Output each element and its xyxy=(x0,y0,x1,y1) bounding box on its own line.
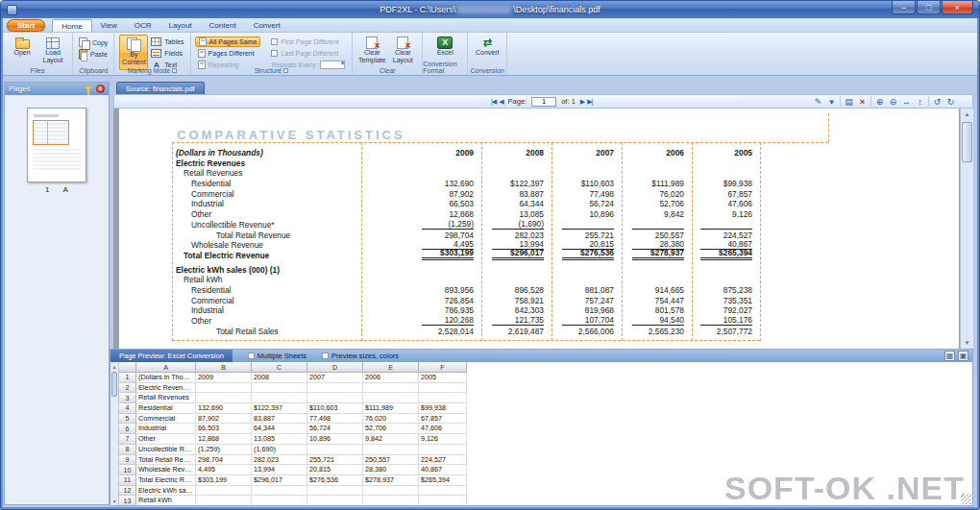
paste-button[interactable]: Paste xyxy=(77,49,110,60)
pages-different-option[interactable]: Pages Different xyxy=(195,48,261,59)
convert-button[interactable]: ⇄ Convert xyxy=(473,35,502,66)
sheet-cell[interactable]: 2008 xyxy=(252,373,307,383)
source-document-tab[interactable]: Source: financials.pdf xyxy=(116,82,205,94)
sheet-cell[interactable]: 250,557 xyxy=(363,455,419,466)
sheet-cell[interactable]: 9,126 xyxy=(419,434,467,445)
open-button[interactable]: Open xyxy=(8,35,37,66)
row-number[interactable]: 3 xyxy=(119,393,136,403)
sheet-cell[interactable]: $276,536 xyxy=(307,475,363,486)
marker-pen-icon[interactable]: ✎ xyxy=(813,96,823,108)
previous-page-button[interactable]: ◀ xyxy=(499,98,502,106)
sheet-cell[interactable]: Uncollectible Revenue* xyxy=(136,445,196,455)
selection-dash-column[interactable] xyxy=(692,142,693,341)
sheet-cell[interactable]: 12,868 xyxy=(196,434,252,445)
row-number[interactable]: 9 xyxy=(119,455,136,466)
zoom-in-icon[interactable]: ⊕ xyxy=(874,96,885,108)
sheet-cell[interactable]: 28,380 xyxy=(363,465,419,475)
sheet-cell[interactable]: $278,937 xyxy=(363,475,419,486)
sheet-cell[interactable]: (Dollars in Thousands) xyxy=(136,373,196,383)
document-vertical-scrollbar[interactable]: ▲ ▼ xyxy=(960,109,973,349)
row-number[interactable]: 12 xyxy=(119,486,136,497)
filter-icon[interactable] xyxy=(85,86,92,91)
sheet-cell[interactable]: $111,989 xyxy=(363,403,419,414)
sheet-cell[interactable] xyxy=(196,393,252,403)
sheet-cell[interactable] xyxy=(363,496,419,505)
tab-convert[interactable]: Convert xyxy=(245,19,289,32)
sheet-cell[interactable]: Electric kWh sales (000) (1) xyxy=(136,486,196,497)
row-number[interactable]: 8 xyxy=(119,445,136,455)
caret-down-icon[interactable]: ▾ xyxy=(826,96,837,108)
sheet-cell[interactable] xyxy=(307,445,363,455)
sheet-cell[interactable] xyxy=(363,486,419,497)
row-number[interactable]: 6 xyxy=(119,424,136,434)
sheet-cell[interactable]: 76,020 xyxy=(363,414,419,425)
sheet-cell[interactable]: 13,085 xyxy=(252,434,307,445)
sheet-cell[interactable] xyxy=(363,445,419,455)
sheet-cell[interactable]: 40,867 xyxy=(419,465,467,475)
sheet-cell[interactable]: 298,704 xyxy=(196,455,252,466)
row-number[interactable]: 11 xyxy=(119,475,136,486)
selection-dash-column[interactable] xyxy=(551,142,552,341)
selection-dash-column[interactable] xyxy=(361,142,362,341)
sheet-cell[interactable] xyxy=(196,383,252,394)
page-layout-icon[interactable]: ▤ xyxy=(844,96,854,108)
sheet-cell[interactable]: 10,896 xyxy=(307,434,363,445)
sheet-cell[interactable]: 2009 xyxy=(196,373,252,383)
sheet-cell[interactable]: 56,724 xyxy=(307,424,363,434)
sheet-cell[interactable]: Commercial xyxy=(136,414,196,425)
sheet-cell[interactable]: 67,857 xyxy=(419,414,467,425)
start-button[interactable]: Start xyxy=(7,19,45,32)
sheet-cell[interactable]: 9,842 xyxy=(363,434,419,445)
sheet-cell[interactable]: 255,721 xyxy=(307,455,363,466)
row-number[interactable]: 1 xyxy=(119,373,136,383)
row-number[interactable]: 4 xyxy=(119,403,136,414)
sheet-cell[interactable]: 64,344 xyxy=(252,424,307,434)
sheet-cell[interactable]: 2006 xyxy=(363,373,419,383)
sheet-cell[interactable]: Retail kWh xyxy=(136,496,196,505)
marked-table-region[interactable]: (Dollars in Thousands) 20092008200720062… xyxy=(172,142,760,341)
column-header-a[interactable]: A xyxy=(136,362,196,373)
sheet-cell[interactable]: $296,017 xyxy=(252,475,307,486)
sheet-cell[interactable]: Retail Revenues xyxy=(136,393,196,403)
fit-page-icon[interactable]: ↕ xyxy=(915,96,925,108)
sheet-cell[interactable] xyxy=(196,486,252,497)
clear-template-button[interactable]: × Clear Template xyxy=(357,35,386,66)
tab-layout[interactable]: Layout xyxy=(160,19,201,32)
sheet-cell[interactable]: 66,503 xyxy=(196,424,252,434)
sheet-cell[interactable]: Total Retail Revenue xyxy=(136,455,196,466)
sheet-corner[interactable] xyxy=(119,362,136,373)
sheet-cell[interactable] xyxy=(252,496,307,505)
column-header-c[interactable]: C xyxy=(252,362,307,373)
sheet-cell[interactable]: Industrial xyxy=(136,424,196,434)
column-header-d[interactable]: D xyxy=(307,362,363,373)
first-page-different-checkbox-box[interactable] xyxy=(271,38,278,45)
sheet-cell[interactable] xyxy=(419,445,467,455)
minimize-button[interactable]: – xyxy=(892,1,916,14)
preview-sizes-option[interactable]: Preview sizes, colors xyxy=(322,352,399,360)
tab-content[interactable]: Content xyxy=(201,19,245,32)
next-page-button[interactable]: ▶ xyxy=(580,98,584,106)
row-number[interactable]: 10 xyxy=(119,465,136,475)
rotate-right-icon[interactable]: ↻ xyxy=(945,96,956,108)
tables-button[interactable]: Tables xyxy=(149,36,185,47)
sheet-cell[interactable]: 282,023 xyxy=(252,455,307,466)
scroll-down-arrow[interactable]: ▼ xyxy=(961,337,973,349)
sheet-cell[interactable]: 52,706 xyxy=(363,424,419,434)
sheet-cell[interactable]: 83,887 xyxy=(252,414,307,425)
dialog-launcher-icon[interactable] xyxy=(172,68,177,73)
first-page-different-checkbox[interactable]: First Page Different xyxy=(268,36,348,47)
row-number[interactable]: 2 xyxy=(119,383,136,394)
sheet-cell[interactable]: 2007 xyxy=(307,373,363,383)
page-thumbnail[interactable] xyxy=(27,108,86,182)
sheet-cell[interactable]: Electric Revenues xyxy=(136,383,196,394)
close-button[interactable]: × xyxy=(942,1,973,14)
pages-panel-close-icon[interactable]: × xyxy=(96,85,105,93)
sheet-cell[interactable]: 20,815 xyxy=(307,465,363,475)
sheet-cell[interactable]: Residential xyxy=(136,403,196,414)
preview-tab[interactable]: Page Preview: Excel Conversion xyxy=(110,350,233,362)
sheet-cell[interactable] xyxy=(363,383,419,394)
sheet-cell[interactable]: $99,938 xyxy=(419,403,467,414)
preview-scrollbar-thumb[interactable] xyxy=(111,372,117,397)
sheet-cell[interactable]: 224,527 xyxy=(419,455,467,466)
zoom-out-icon[interactable]: ⊖ xyxy=(888,96,898,108)
